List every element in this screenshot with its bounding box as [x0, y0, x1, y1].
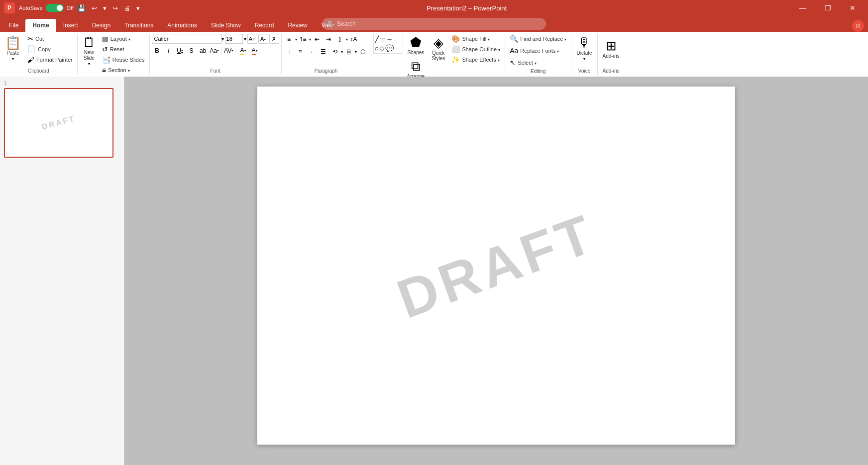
- redo-button[interactable]: ↪: [110, 3, 120, 13]
- sort-button[interactable]: ↕A: [348, 34, 359, 45]
- section-button[interactable]: ≡ Section ▾: [100, 65, 147, 75]
- slide-canvas[interactable]: DRAFT: [257, 87, 735, 445]
- font-size-input[interactable]: [225, 34, 243, 44]
- shape-callout[interactable]: 💬: [385, 44, 394, 52]
- restore-button[interactable]: ❐: [816, 0, 839, 16]
- reuse-slides-button[interactable]: 📑 Reuse Slides: [100, 55, 147, 65]
- find-replace-button[interactable]: 🔍 Find and Replace ▾: [507, 34, 569, 44]
- new-slide-button[interactable]: 🗒 NewSlide ▾: [80, 34, 99, 68]
- align-text-dropdown[interactable]: ▾: [355, 50, 357, 54]
- font-name-dropdown[interactable]: ▾: [221, 36, 224, 42]
- tab-design[interactable]: Design: [85, 19, 117, 32]
- tab-transitions[interactable]: Transitions: [117, 19, 160, 32]
- shape-effects-icon: ✨: [451, 56, 460, 63]
- highlight-color-button[interactable]: A ▾: [238, 45, 249, 56]
- print-button[interactable]: 🖨: [122, 3, 132, 13]
- reuse-slides-icon: 📑: [102, 56, 110, 63]
- shadow-button[interactable]: ab: [198, 45, 209, 56]
- strikethrough-button[interactable]: S: [186, 45, 197, 56]
- columns-dropdown[interactable]: ▾: [346, 37, 348, 42]
- tab-home[interactable]: Home: [25, 19, 56, 32]
- align-text-button[interactable]: ⌸: [343, 46, 354, 57]
- group-font: ▾ ▾ A+ A- ✗ B I U ▾ S ab Aa ▾ AV ▾ A ▾: [150, 34, 282, 75]
- font-selector-row: ▾ ▾ A+ A- ✗: [152, 34, 279, 44]
- italic-button[interactable]: I: [163, 45, 174, 56]
- align-left-button[interactable]: ⫞: [284, 46, 295, 57]
- convert-smartart-button[interactable]: ⬡: [357, 46, 368, 57]
- numbering-dropdown[interactable]: ▾: [309, 37, 311, 42]
- increase-font-size-button[interactable]: A+: [247, 34, 257, 44]
- bullets-button[interactable]: ≡: [284, 34, 295, 45]
- decrease-font-size-button[interactable]: A-: [258, 34, 268, 44]
- shape-line[interactable]: ╱: [375, 35, 379, 43]
- quick-styles-button[interactable]: ◈ QuickStyles: [429, 34, 448, 64]
- font-size-dropdown[interactable]: ▾: [244, 36, 246, 42]
- text-direction-button[interactable]: ⟲: [329, 46, 340, 57]
- undo-dropdown[interactable]: ▾: [101, 3, 108, 13]
- shape-diamond[interactable]: ◇: [379, 44, 385, 52]
- font-color-button[interactable]: A ▾: [249, 45, 260, 56]
- character-spacing-button[interactable]: AV ▾: [223, 45, 234, 56]
- cut-button[interactable]: ✂ Cut: [25, 34, 75, 44]
- addins-button[interactable]: ⊞ Add-ins: [600, 34, 623, 64]
- group-addins: ⊞ Add-ins Add-ins: [598, 34, 625, 75]
- tab-animations[interactable]: Animations: [160, 19, 204, 32]
- paste-button[interactable]: 📋 Paste ▾: [2, 34, 24, 64]
- tab-insert[interactable]: Insert: [56, 19, 85, 32]
- change-case-button[interactable]: Aa ▾: [209, 45, 220, 56]
- increase-indent-button[interactable]: ⇥: [323, 34, 334, 45]
- group-clipboard: 📋 Paste ▾ ✂ Cut 📄 Copy 🖌 Format Painter: [0, 34, 78, 75]
- underline-button[interactable]: U ▾: [175, 45, 186, 56]
- format-painter-button[interactable]: 🖌 Format Painter: [25, 55, 75, 65]
- format-buttons-row: B I U ▾ S ab Aa ▾ AV ▾ A ▾ A ▾: [152, 45, 260, 56]
- search-input[interactable]: [322, 18, 546, 30]
- shape-effects-button[interactable]: ✨ Shape Effects ▾: [449, 55, 503, 65]
- clear-formatting-button[interactable]: ✗: [269, 34, 279, 44]
- align-center-button[interactable]: ≡: [295, 46, 306, 57]
- select-button[interactable]: ↖ Select ▾: [507, 58, 547, 68]
- shape-fill-icon: 🎨: [451, 35, 460, 42]
- canvas-area[interactable]: DRAFT: [124, 77, 868, 465]
- autosave-toggle[interactable]: [46, 4, 64, 12]
- ribbon-tab-row: File Home Insert Design Transitions Anim…: [0, 16, 868, 32]
- numbering-button[interactable]: 1≡: [298, 34, 309, 45]
- reset-button[interactable]: ↺ Reset: [100, 44, 147, 54]
- tab-file[interactable]: File: [2, 19, 25, 32]
- justify-button[interactable]: ☰: [318, 46, 329, 57]
- customize-qa[interactable]: ▾: [134, 3, 142, 13]
- font-name-input[interactable]: [152, 34, 221, 44]
- close-button[interactable]: ✕: [841, 0, 864, 16]
- shapes-button[interactable]: ⬟ Shapes: [404, 34, 428, 57]
- shape-fill-button[interactable]: 🎨 Shape Fill ▾: [449, 34, 503, 44]
- clipboard-label: Clipboard: [2, 67, 75, 75]
- layout-icon: ▦: [102, 35, 108, 42]
- shape-outline-button[interactable]: ⬜ Shape Outline ▾: [449, 44, 503, 54]
- bold-button[interactable]: B: [152, 45, 163, 56]
- save-button[interactable]: 💾: [76, 3, 88, 13]
- copy-button[interactable]: 📄 Copy: [25, 44, 75, 54]
- shape-arrow[interactable]: →: [386, 35, 393, 43]
- replace-fonts-button[interactable]: Aa Replace Fonts ▾: [507, 46, 561, 56]
- user-avatar[interactable]: R: [852, 20, 864, 32]
- cut-icon: ✂: [27, 35, 33, 42]
- text-direction-dropdown[interactable]: ▾: [341, 50, 343, 54]
- shape-rect[interactable]: ▭: [379, 35, 386, 43]
- autosave-state: Off: [67, 5, 74, 11]
- layout-button[interactable]: ▦ Layout ▾: [100, 34, 147, 44]
- minimize-button[interactable]: —: [791, 0, 814, 16]
- tab-slideshow[interactable]: Slide Show: [204, 19, 248, 32]
- align-right-button[interactable]: ⫠: [307, 46, 318, 57]
- tab-review[interactable]: Review: [281, 19, 314, 32]
- slide-number: 1: [4, 81, 120, 86]
- shape-oval[interactable]: ○: [375, 44, 379, 52]
- copy-icon: 📄: [27, 46, 36, 53]
- columns-button[interactable]: ⫿: [334, 34, 345, 45]
- arrange-button[interactable]: ⧉ Arrange: [404, 58, 428, 77]
- group-voice: 🎙 Dictate ▾ Voice: [571, 34, 597, 75]
- tab-record[interactable]: Record: [248, 19, 281, 32]
- decrease-indent-button[interactable]: ⇤: [312, 34, 323, 45]
- undo-button[interactable]: ↩: [90, 3, 99, 13]
- slide-thumbnail[interactable]: DRAFT: [4, 88, 113, 158]
- bullets-dropdown[interactable]: ▾: [295, 37, 297, 42]
- dictate-button[interactable]: 🎙 Dictate ▾: [573, 34, 595, 64]
